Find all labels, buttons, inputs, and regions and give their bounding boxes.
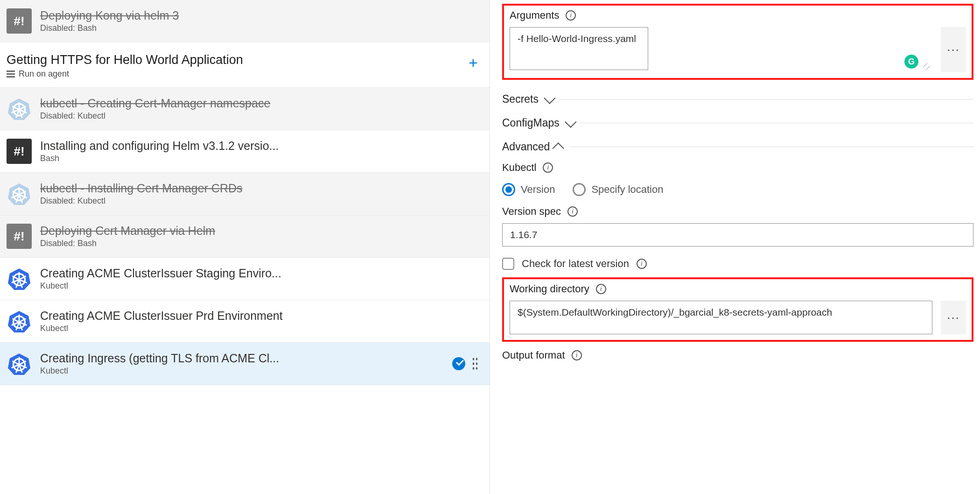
advanced-section-toggle[interactable]: Advanced xyxy=(502,135,973,159)
drag-handle-icon[interactable] xyxy=(472,357,478,371)
task-details-panel: Arguments G ··· Secrets ConfigMaps Advan… xyxy=(490,0,980,494)
arguments-section-highlight: Arguments G ··· xyxy=(502,4,973,80)
task-subtitle: Disabled: Bash xyxy=(40,239,483,248)
info-icon[interactable] xyxy=(566,10,576,21)
info-icon[interactable] xyxy=(596,284,606,294)
task-title: kubectl - Installing Cert Manager CRDs xyxy=(40,182,483,195)
kubernetes-icon xyxy=(7,96,32,121)
secrets-label: Secrets xyxy=(502,93,539,106)
task-title: Creating ACME ClusterIssuer Staging Envi… xyxy=(40,267,483,280)
configmaps-label: ConfigMaps xyxy=(502,117,560,129)
working-directory-section-highlight: Working directory ··· xyxy=(502,277,973,342)
check-latest-checkbox[interactable] xyxy=(502,258,514,270)
task-text: Deploying Kong via helm 3 Disabled: Bash xyxy=(40,9,483,33)
task-subtitle: Bash xyxy=(40,154,483,163)
kubectl-source-radio-group: Version Specify location xyxy=(502,179,973,205)
task-item[interactable]: kubectl - Creating Cert-Manager namespac… xyxy=(0,88,490,130)
arguments-more-button[interactable]: ··· xyxy=(941,27,966,72)
task-title: Deploying Kong via helm 3 xyxy=(40,9,483,22)
task-subtitle: Kubectl xyxy=(40,281,483,291)
arguments-label: Arguments xyxy=(510,9,559,21)
info-icon[interactable] xyxy=(637,259,647,269)
kubectl-label: Kubectl xyxy=(502,162,536,174)
radio-version-option[interactable]: Version xyxy=(502,183,555,196)
resize-handle-icon[interactable] xyxy=(923,63,931,71)
configmaps-section-toggle[interactable]: ConfigMaps xyxy=(502,111,973,135)
radio-checked-icon[interactable] xyxy=(502,183,515,196)
task-item[interactable]: #! Deploying Kong via helm 3 Disabled: B… xyxy=(0,0,490,42)
bash-icon: #! xyxy=(7,224,32,249)
radio-unchecked-icon[interactable] xyxy=(573,183,586,196)
chevron-down-icon xyxy=(544,92,555,104)
task-subtitle: Disabled: Bash xyxy=(40,23,483,33)
task-subtitle: Disabled: Kubectl xyxy=(40,196,483,206)
check-latest-label: Check for latest version xyxy=(522,258,629,270)
task-title: Creating ACME ClusterIssuer Prd Environm… xyxy=(40,309,483,323)
version-spec-label: Version spec xyxy=(502,205,561,218)
task-subtitle: Kubectl xyxy=(40,366,444,376)
info-icon[interactable] xyxy=(572,350,582,360)
task-item[interactable]: Creating ACME ClusterIssuer Prd Environm… xyxy=(0,300,490,343)
working-directory-label: Working directory xyxy=(510,283,589,295)
task-title: Installing and configuring Helm v3.1.2 v… xyxy=(40,139,483,153)
version-spec-input[interactable] xyxy=(502,223,973,247)
chevron-down-icon xyxy=(565,116,576,127)
kubernetes-icon xyxy=(7,309,32,334)
task-list-panel: #! Deploying Kong via helm 3 Disabled: B… xyxy=(0,0,490,494)
stage-subtitle: Run on agent xyxy=(7,69,463,79)
radio-version-label: Version xyxy=(521,183,555,196)
task-title: kubectl - Creating Cert-Manager namespac… xyxy=(40,97,483,110)
agent-icon xyxy=(7,71,15,78)
radio-location-label: Specify location xyxy=(591,183,663,196)
grammarly-icon[interactable]: G xyxy=(904,55,918,69)
stage-sub-label: Run on agent xyxy=(19,69,69,79)
stage-header[interactable]: Getting HTTPS for Hello World Applicatio… xyxy=(0,42,490,88)
chevron-up-icon xyxy=(553,142,564,154)
task-subtitle: Kubectl xyxy=(40,324,483,333)
info-icon[interactable] xyxy=(543,162,553,173)
working-directory-input[interactable] xyxy=(510,301,932,334)
task-item[interactable]: Creating ACME ClusterIssuer Staging Envi… xyxy=(0,258,490,300)
stage-title: Getting HTTPS for Hello World Applicatio… xyxy=(7,53,463,67)
radio-location-option[interactable]: Specify location xyxy=(573,183,663,196)
working-directory-more-button[interactable]: ··· xyxy=(941,301,966,334)
arguments-input[interactable] xyxy=(510,27,648,70)
advanced-label: Advanced xyxy=(502,141,550,153)
kubernetes-icon xyxy=(7,351,32,376)
add-task-button[interactable]: + xyxy=(463,53,483,72)
enabled-check-icon[interactable] xyxy=(452,357,465,370)
task-item-selected[interactable]: Creating Ingress (getting TLS from ACME … xyxy=(0,343,490,385)
task-subtitle: Disabled: Kubectl xyxy=(40,111,483,121)
output-format-label: Output format xyxy=(502,349,565,361)
secrets-section-toggle[interactable]: Secrets xyxy=(502,87,973,111)
task-item[interactable]: #! Deploying Cert Manager via Helm Disab… xyxy=(0,215,490,258)
task-item[interactable]: kubectl - Installing Cert Manager CRDs D… xyxy=(0,173,490,215)
info-icon[interactable] xyxy=(567,206,578,217)
task-item[interactable]: #! Installing and configuring Helm v3.1.… xyxy=(0,130,490,173)
kubernetes-icon xyxy=(7,266,32,291)
kubernetes-icon xyxy=(7,181,32,206)
bash-icon: #! xyxy=(7,8,32,34)
task-title: Creating Ingress (getting TLS from ACME … xyxy=(40,352,444,365)
task-title: Deploying Cert Manager via Helm xyxy=(40,224,483,238)
bash-icon: #! xyxy=(7,139,32,164)
